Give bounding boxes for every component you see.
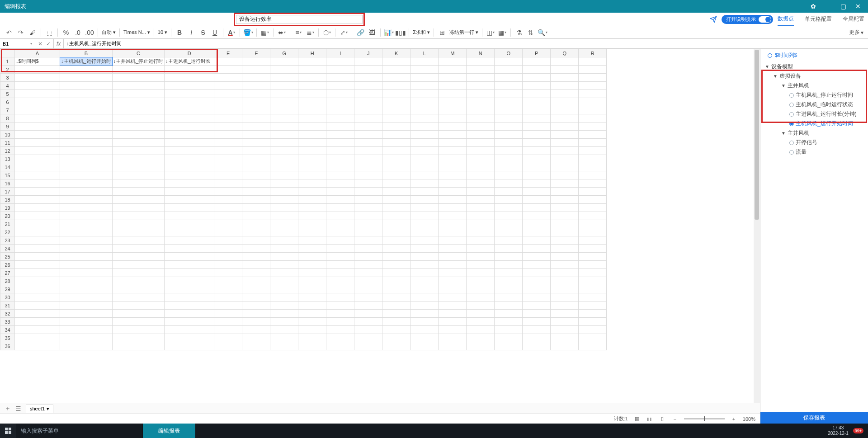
cell[interactable]	[112, 220, 165, 228]
format-painter-icon[interactable]: 🖌	[28, 28, 37, 37]
row-header[interactable]: 35	[0, 334, 15, 342]
cell[interactable]	[354, 334, 382, 342]
cell[interactable]	[579, 82, 607, 90]
cell[interactable]	[165, 163, 214, 171]
cell[interactable]	[165, 122, 214, 131]
notification-badge[interactable]: 99+	[853, 428, 863, 434]
cell[interactable]	[326, 293, 354, 301]
cell[interactable]	[165, 293, 214, 301]
cell[interactable]	[551, 90, 579, 98]
cell[interactable]	[242, 163, 270, 171]
cell[interactable]	[298, 139, 326, 147]
row-header[interactable]: 30	[0, 293, 15, 301]
cell[interactable]	[382, 212, 410, 220]
tree-virtual[interactable]: ▼虚拟设备	[763, 71, 865, 81]
cell[interactable]	[214, 122, 242, 131]
cell[interactable]	[214, 245, 242, 253]
cell[interactable]	[270, 122, 298, 131]
row-header[interactable]: 19	[0, 204, 15, 212]
cell[interactable]	[551, 310, 579, 318]
cell[interactable]	[270, 147, 298, 155]
cell[interactable]	[112, 334, 165, 342]
clear-format-icon[interactable]: ⬚	[45, 28, 54, 37]
cell[interactable]	[382, 139, 410, 147]
cell[interactable]	[214, 147, 242, 155]
cell[interactable]	[326, 285, 354, 293]
send-icon[interactable]	[710, 16, 717, 23]
cell[interactable]	[270, 245, 298, 253]
row-header[interactable]: 5	[0, 90, 15, 98]
cell[interactable]	[382, 253, 410, 261]
cell[interactable]	[551, 98, 579, 106]
cell[interactable]	[270, 171, 298, 179]
cell[interactable]	[214, 293, 242, 301]
cell[interactable]	[326, 236, 354, 245]
tree-leaf-temp-status[interactable]: 主机风机_临时运行状态	[763, 100, 865, 109]
cell[interactable]	[495, 139, 523, 147]
cell[interactable]	[242, 236, 270, 245]
cell[interactable]	[410, 236, 439, 245]
cell[interactable]	[495, 285, 523, 293]
cell[interactable]	[382, 334, 410, 342]
maximize-icon[interactable]: ▢	[840, 3, 846, 9]
cell[interactable]	[579, 163, 607, 171]
cell[interactable]	[298, 236, 326, 245]
cell[interactable]	[579, 122, 607, 131]
tree-root[interactable]: ▼设备模型	[763, 62, 865, 71]
cell[interactable]	[523, 171, 551, 179]
cell[interactable]	[495, 253, 523, 261]
name-box[interactable]: B1▾	[0, 39, 35, 48]
cell[interactable]	[165, 188, 214, 196]
cell[interactable]	[551, 196, 579, 204]
cell[interactable]	[15, 261, 60, 269]
cell[interactable]	[326, 204, 354, 212]
cell[interactable]	[354, 342, 382, 350]
cell[interactable]	[60, 318, 113, 326]
cell[interactable]	[298, 114, 326, 122]
cell[interactable]	[270, 196, 298, 204]
cell[interactable]	[354, 293, 382, 301]
tree-leaf-signal[interactable]: 开停信号	[763, 138, 865, 147]
tree-mainfan[interactable]: ▼主井风机	[763, 81, 865, 90]
row-header[interactable]: 14	[0, 163, 15, 171]
row-header[interactable]: 20	[0, 212, 15, 220]
cell[interactable]	[112, 188, 165, 196]
cell[interactable]	[60, 236, 113, 245]
cell[interactable]	[326, 131, 354, 139]
cell[interactable]	[579, 131, 607, 139]
cell[interactable]	[467, 342, 495, 350]
cell[interactable]	[242, 228, 270, 236]
cell[interactable]	[495, 122, 523, 131]
cell[interactable]	[410, 66, 439, 74]
row-header[interactable]: 26	[0, 261, 15, 269]
cell[interactable]	[270, 57, 298, 66]
row-header[interactable]: 18	[0, 196, 15, 204]
row-header[interactable]: 29	[0, 285, 15, 293]
cell[interactable]	[15, 326, 60, 334]
tree-leaf-run-duration[interactable]: 主进风机_运行时长(分钟)	[763, 109, 865, 119]
cell[interactable]	[214, 139, 242, 147]
cell[interactable]	[60, 196, 113, 204]
cell[interactable]	[165, 285, 214, 293]
cell[interactable]	[326, 342, 354, 350]
col-header[interactable]: G	[270, 49, 298, 57]
row-header[interactable]: 10	[0, 131, 15, 139]
cell[interactable]	[214, 131, 242, 139]
cell[interactable]	[410, 277, 439, 285]
cell[interactable]	[270, 301, 298, 310]
cell[interactable]	[495, 326, 523, 334]
cell[interactable]	[495, 220, 523, 228]
cell[interactable]	[439, 114, 467, 122]
cell[interactable]	[15, 253, 60, 261]
cell[interactable]	[326, 139, 354, 147]
cell[interactable]	[60, 90, 113, 98]
cell[interactable]	[242, 269, 270, 277]
cell[interactable]	[354, 326, 382, 334]
cell[interactable]	[112, 277, 165, 285]
cell[interactable]	[467, 147, 495, 155]
cell[interactable]	[523, 326, 551, 334]
tab-cell-config[interactable]: 单元格配置	[805, 13, 832, 26]
font-size-select[interactable]: 10 ▾	[158, 29, 167, 35]
cell[interactable]	[467, 114, 495, 122]
cell[interactable]	[579, 139, 607, 147]
